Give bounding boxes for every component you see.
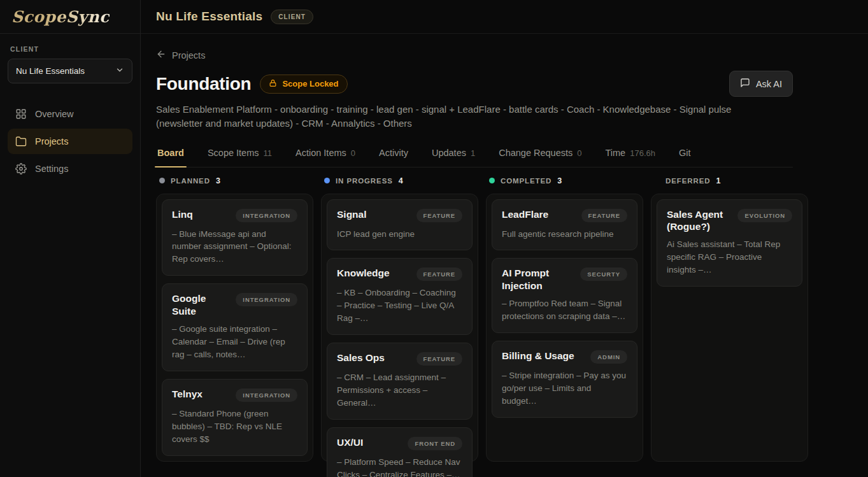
card-signal[interactable]: Signal FEATURE ICP lead gen engine xyxy=(327,199,473,251)
card-title: LeadFlare xyxy=(502,208,548,220)
column-title: PLANNED xyxy=(171,177,210,185)
tab-updates[interactable]: Updates 1 xyxy=(430,143,476,167)
tab-label: Git xyxy=(679,148,691,158)
card-tag-badge: FEATURE xyxy=(416,352,462,366)
client-badge: CLIENT xyxy=(271,10,313,24)
column-header: COMPLETED 3 xyxy=(486,176,643,185)
title-left: Foundation Scope Locked xyxy=(156,74,348,94)
sidebar-item-settings[interactable]: Settings xyxy=(8,156,132,182)
card-top: Linq INTEGRATION xyxy=(172,208,297,222)
tab-label: Activity xyxy=(379,148,408,158)
column-deferred: DEFERRED 1 Sales Agent (Rogue?) EVOLUTIO… xyxy=(651,174,808,462)
card-tag-badge: FEATURE xyxy=(581,209,627,222)
card-description: – Standard Phone (green bubbles) – TBD: … xyxy=(172,408,297,446)
card-leadflare[interactable]: LeadFlare FEATURE Full agentic research … xyxy=(492,199,637,251)
column-header: DEFERRED 1 xyxy=(651,176,808,185)
tab-git[interactable]: Git xyxy=(678,143,692,167)
card-description: – Google suite integration – Calendar – … xyxy=(172,323,297,361)
card-billing-usage[interactable]: Billing & Usage ADMIN – Stripe integrati… xyxy=(492,341,637,418)
tab-scope-items[interactable]: Scope Items 11 xyxy=(206,143,273,167)
lock-icon xyxy=(269,79,277,89)
card-telnyx[interactable]: Telnyx INTEGRATION – Standard Phone (gre… xyxy=(162,379,308,456)
column-count: 3 xyxy=(216,176,220,185)
column-title: IN PROGRESS xyxy=(336,177,393,185)
sidebar-item-overview[interactable]: Overview xyxy=(8,101,132,127)
card-tag-badge: FRONT END xyxy=(408,437,462,450)
card-description: Full agentic research pipeline xyxy=(502,228,627,241)
tab-board[interactable]: Board xyxy=(156,143,185,167)
scopesync-logo[interactable]: ScopeSync xyxy=(11,8,110,26)
card-tag-badge: FEATURE xyxy=(416,209,462,222)
card-tag-badge: INTEGRATION xyxy=(236,293,297,306)
tab-time[interactable]: Time 176.6h xyxy=(604,143,657,167)
grid-icon xyxy=(15,108,27,120)
column-in-progress: IN PROGRESS 4 Signal FEATURE ICP lead ge… xyxy=(321,174,478,462)
board: PLANNED 3 Linq INTEGRATION – Blue iMessa… xyxy=(156,174,793,462)
card-top: Google Suite INTEGRATION xyxy=(172,292,297,317)
card-title: Telnyx xyxy=(172,388,203,400)
project-content: Projects Foundation Scope Locked xyxy=(141,34,808,477)
topbar: Nu Life Essentials CLIENT xyxy=(141,0,868,34)
card-knowledge[interactable]: Knowledge FEATURE – KB – Onboarding – Co… xyxy=(327,258,473,335)
card-top: Billing & Usage ADMIN xyxy=(502,350,627,364)
scope-locked-label: Scope Locked xyxy=(282,79,338,89)
page-title: Foundation xyxy=(156,74,251,94)
tab-count: 176.6h xyxy=(630,148,655,158)
tab-count: 1 xyxy=(471,148,475,158)
card-title: Sales Agent (Rogue?) xyxy=(667,208,731,233)
card-title: AI Prompt Injection xyxy=(502,267,574,292)
ask-ai-button[interactable]: Ask AI xyxy=(729,71,793,97)
sidebar-body: CLIENT Nu Life Essentials OverviewProjec… xyxy=(0,34,140,195)
column-body: LeadFlare FEATURE Full agentic research … xyxy=(486,194,643,462)
column-count: 1 xyxy=(716,176,720,185)
client-select-value: Nu Life Essentials xyxy=(16,66,85,76)
card-tag-badge: ADMIN xyxy=(590,350,627,364)
card-ux-ui[interactable]: UX/UI FRONT END – Platform Speed – Reduc… xyxy=(327,427,473,477)
sidebar-item-label: Overview xyxy=(35,109,73,119)
card-top: Telnyx INTEGRATION xyxy=(172,388,297,402)
client-select[interactable]: Nu Life Essentials xyxy=(8,59,132,83)
column-header: IN PROGRESS 4 xyxy=(321,176,478,185)
main-area: Nu Life Essentials CLIENT Projects Found… xyxy=(141,0,868,477)
logo-area: ScopeSync xyxy=(0,0,140,34)
tab-action-items[interactable]: Action Items 0 xyxy=(294,143,357,167)
card-ai-prompt-injection[interactable]: AI Prompt Injection SECURTY – Promptfoo … xyxy=(492,258,637,333)
card-description: Ai Sales assistant – Total Rep specific … xyxy=(667,238,792,276)
card-sales-ops[interactable]: Sales Ops FEATURE – CRM – Lead assignmen… xyxy=(327,343,473,420)
card-top: Signal FEATURE xyxy=(337,208,462,222)
column-count: 4 xyxy=(399,176,403,185)
tabs: Board Scope Items 11 Action Items 0 Acti… xyxy=(156,143,793,167)
tab-label: Updates xyxy=(432,148,466,158)
tab-label: Time xyxy=(606,148,626,158)
tab-activity[interactable]: Activity xyxy=(378,143,409,167)
card-linq[interactable]: Linq INTEGRATION – Blue iMessage api and… xyxy=(162,199,308,276)
sidebar-item-projects[interactable]: Projects xyxy=(8,129,132,154)
client-title: Nu Life Essentials xyxy=(156,10,262,24)
card-title: UX/UI xyxy=(337,436,363,448)
chat-bubble-icon xyxy=(740,78,750,90)
column-title: COMPLETED xyxy=(501,177,551,185)
card-description: ICP lead gen engine xyxy=(337,228,462,241)
column-completed: COMPLETED 3 LeadFlare FEATURE Full agent… xyxy=(486,174,643,462)
column-body: Signal FEATURE ICP lead gen engine Knowl… xyxy=(321,194,478,462)
card-description: – CRM – Lead assignment – Permissions + … xyxy=(337,371,462,409)
client-section-label: CLIENT xyxy=(8,45,132,53)
column-body: Linq INTEGRATION – Blue iMessage api and… xyxy=(156,194,313,462)
card-google-suite[interactable]: Google Suite INTEGRATION – Google suite … xyxy=(162,283,308,371)
column-header: PLANNED 3 xyxy=(156,176,313,185)
tab-change-requests[interactable]: Change Requests 0 xyxy=(497,143,583,167)
project-description: Sales Enablement Platform - onboarding -… xyxy=(156,103,732,131)
card-title: Google Suite xyxy=(172,292,229,317)
folder-icon xyxy=(15,136,27,147)
status-dot-icon xyxy=(159,178,165,183)
back-to-projects-link[interactable]: Projects xyxy=(156,49,205,61)
back-link-label: Projects xyxy=(172,50,205,61)
scope-locked-badge: Scope Locked xyxy=(260,75,347,94)
tab-count: 0 xyxy=(351,148,355,158)
column-planned: PLANNED 3 Linq INTEGRATION – Blue iMessa… xyxy=(156,174,313,462)
tab-label: Board xyxy=(157,148,184,158)
card-description: – KB – Onboarding – Coaching – Practice … xyxy=(337,287,462,325)
card-sales-agent-rogue[interactable]: Sales Agent (Rogue?) EVOLUTION Ai Sales … xyxy=(657,199,802,287)
tab-count: 0 xyxy=(577,148,581,158)
card-top: AI Prompt Injection SECURTY xyxy=(502,267,627,292)
